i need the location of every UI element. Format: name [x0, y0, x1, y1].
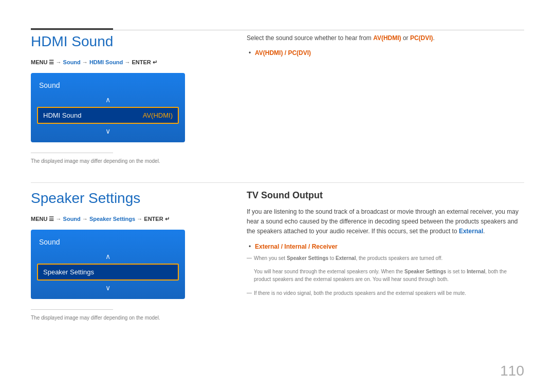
- speaker-menu-path: MENU ☰ → Sound → Speaker Settings → ENTE…: [31, 216, 221, 222]
- speaker-row-label: Speaker Settings: [43, 268, 94, 276]
- speaker-panel: Sound ∧ Speaker Settings ∨: [31, 230, 185, 299]
- tv-sound-bullet: External / Internal / Receiver: [255, 243, 524, 250]
- sp-arrow2: →: [82, 216, 89, 222]
- hdmi-desc-mid: or: [401, 34, 410, 42]
- top-rule: [31, 30, 524, 30]
- tv-note1-line: — When you set Speaker Settings to Exter…: [247, 254, 524, 265]
- speaker-menu-prefix: MENU: [31, 216, 47, 222]
- speaker-settings-left: Speaker Settings MENU ☰ → Sound → Speake…: [31, 190, 221, 321]
- speaker-settings-right: TV Sound Output If you are listening to …: [247, 190, 524, 303]
- hdmi-row-value: AV(HDMI): [143, 111, 173, 119]
- tv-bullet-text: External / Internal / Receiver: [255, 243, 338, 250]
- sp-arrow3: →: [137, 216, 144, 222]
- arrow2: →: [82, 59, 89, 65]
- hdmi-divider: [31, 153, 113, 153]
- hdmi-sound-menu-path: MENU ☰ → Sound → HDMI Sound → ENTER ↵: [31, 59, 221, 66]
- hdmi-note: The displayed image may differ depending…: [31, 158, 221, 164]
- tv-desc-end: .: [483, 228, 485, 235]
- hdmi-chevron-up: ∧: [31, 94, 185, 106]
- hdmi-panel-title: Sound: [31, 78, 185, 94]
- tv-sound-output-title: TV Sound Output: [247, 190, 524, 201]
- sp-enter: ENTER: [144, 216, 163, 222]
- note1-dash: —: [247, 255, 252, 260]
- hdmi-desc-h2: PC(DVI): [410, 34, 433, 42]
- hdmi-bullet-text: AV(HDMI) / PC(DVI): [255, 49, 311, 57]
- hdmi-chevron-down: ∨: [31, 125, 185, 137]
- tv-note2-line: You will hear sound through the external…: [254, 268, 524, 286]
- speaker-note: The displayed image may differ depending…: [31, 315, 221, 321]
- hdmi-desc-end: .: [433, 34, 435, 42]
- menu-icon: ☰: [49, 59, 55, 65]
- menu-enter: ENTER: [132, 59, 151, 65]
- speaker-chevron-down: ∨: [31, 282, 185, 294]
- page-container: HDMI Sound MENU ☰ → Sound → HDMI Sound →…: [0, 0, 555, 392]
- sp-step-sound: Sound: [63, 216, 81, 222]
- sp-step-settings: Speaker Settings: [89, 216, 135, 222]
- tv-note3-line: — If there is no video signal, both the …: [247, 289, 524, 300]
- hdmi-desc-text: Select the sound source whether to hear …: [247, 34, 373, 42]
- sp-arrow1: →: [56, 216, 63, 222]
- page-number: 110: [500, 363, 524, 379]
- arrow1: →: [56, 59, 63, 65]
- tv-note1: When you set Speaker Settings to Externa…: [254, 254, 442, 262]
- menu-prefix: MENU: [31, 59, 47, 65]
- arrow3: →: [124, 59, 132, 65]
- note3-dash: —: [247, 290, 252, 295]
- tv-note2: You will hear sound through the external…: [254, 268, 524, 283]
- speaker-chevron-up: ∧: [31, 250, 185, 263]
- menu-step-sound: Sound: [63, 59, 81, 65]
- hdmi-sound-right: Select the sound source whether to hear …: [247, 33, 524, 61]
- hdmi-panel-row: HDMI Sound AV(HDMI): [37, 107, 179, 124]
- hdmi-sound-left: HDMI Sound MENU ☰ → Sound → HDMI Sound →…: [31, 33, 221, 164]
- hdmi-sound-panel: Sound ∧ HDMI Sound AV(HDMI) ∨: [31, 73, 185, 142]
- speaker-panel-row: Speaker Settings: [37, 264, 179, 281]
- hdmi-bullet: AV(HDMI) / PC(DVI): [255, 49, 524, 57]
- menu-step-hdmi: HDMI Sound: [89, 59, 123, 65]
- sp-enter-icon: ↵: [165, 216, 170, 222]
- enter-icon: ↵: [153, 59, 157, 65]
- speaker-menu-icon: ☰: [49, 216, 55, 222]
- tv-note3: If there is no video signal, both the pr…: [254, 289, 466, 297]
- hdmi-row-label: HDMI Sound: [43, 111, 81, 119]
- hdmi-desc-h1: AV(HDMI): [373, 34, 401, 42]
- mid-rule: [31, 182, 524, 183]
- tv-desc-highlight: External: [459, 228, 483, 235]
- speaker-divider: [31, 309, 113, 310]
- hdmi-desc: Select the sound source whether to hear …: [247, 33, 524, 43]
- speaker-panel-title: Sound: [31, 235, 185, 250]
- tv-sound-desc: If you are listening to the sound track …: [247, 207, 524, 237]
- hdmi-sound-title: HDMI Sound: [31, 33, 221, 50]
- speaker-settings-title: Speaker Settings: [31, 190, 221, 207]
